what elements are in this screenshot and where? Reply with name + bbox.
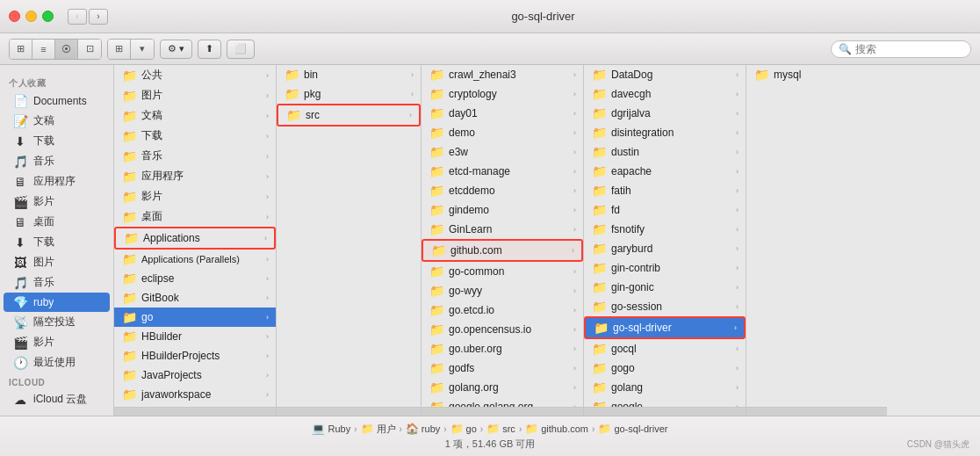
col5-scrollbar[interactable]: [746, 407, 887, 416]
file-item[interactable]: 📁 go-common ›: [422, 262, 583, 281]
share-btn[interactable]: ⬆: [198, 40, 221, 59]
file-item[interactable]: 📁 HBuilder ›: [114, 327, 276, 346]
file-item[interactable]: 📁 应用程序 ›: [114, 166, 276, 186]
sidebar-item-photos[interactable]: 🖼 图片: [4, 252, 110, 272]
sidebar-item-airdrop[interactable]: 📡 隔空投送: [4, 312, 110, 332]
minimize-button[interactable]: [25, 11, 37, 22]
search-input[interactable]: [855, 43, 963, 55]
file-item[interactable]: 📁 下载 ›: [114, 126, 276, 146]
file-item[interactable]: 📁 GitBook ›: [114, 288, 276, 308]
sidebar-item-documents[interactable]: 📄 Documents: [4, 91, 110, 111]
file-item[interactable]: 📁 golang ›: [584, 378, 746, 397]
breadcrumb-ruby2[interactable]: 🏠 ruby: [406, 423, 440, 435]
sidebar-item-wenjia[interactable]: 📝 文稿: [4, 111, 110, 131]
sidebar-item-movies2[interactable]: 🎬 影片: [4, 332, 110, 352]
file-item[interactable]: 📁 go.uber.org ›: [422, 339, 583, 358]
sidebar-item-music2[interactable]: 🎵 音乐: [4, 272, 110, 293]
maximize-button[interactable]: [42, 11, 54, 22]
file-item[interactable]: 📁 gocql ›: [584, 339, 746, 358]
back-button[interactable]: ‹: [68, 9, 87, 25]
sidebar-item-apps[interactable]: 🖥 应用程序: [4, 171, 110, 192]
file-item-go[interactable]: 📁 go ›: [114, 308, 276, 327]
file-item[interactable]: 📁 eclipse ›: [114, 269, 276, 288]
file-item[interactable]: 📁 HBuilderProjects ›: [114, 346, 276, 366]
breadcrumb-github[interactable]: 📁 github.com: [525, 423, 588, 435]
file-item[interactable]: 📁 Applications (Parallels) ›: [114, 250, 276, 269]
file-item[interactable]: 📁 fsnotify ›: [584, 220, 746, 239]
list-view-btn[interactable]: ≡: [32, 40, 55, 59]
sidebar-item-download2[interactable]: ⬇ 下载: [4, 232, 110, 252]
file-item[interactable]: 📁 图片 ›: [114, 85, 276, 105]
file-item[interactable]: 📁 eapache ›: [584, 162, 746, 181]
file-item[interactable]: 📁 gogo ›: [584, 358, 746, 378]
action-btn[interactable]: ⚙ ▾: [160, 40, 192, 59]
file-item[interactable]: 📁 桌面 ›: [114, 206, 276, 227]
file-item[interactable]: 📁 gindemo ›: [422, 200, 583, 220]
file-item[interactable]: 📁 javaworkspace ›: [114, 385, 276, 404]
gallery-view-btn[interactable]: ⊡: [78, 40, 101, 59]
file-item[interactable]: 📁 day01 ›: [422, 104, 583, 123]
col3-scrollbar[interactable]: [422, 407, 583, 416]
file-item[interactable]: 📁 etcd-manage ›: [422, 162, 583, 181]
file-item-src[interactable]: 📁 src ›: [277, 104, 421, 127]
file-item[interactable]: 📁 google ›: [584, 397, 746, 407]
file-item[interactable]: 📁 go.etcd.io ›: [422, 300, 583, 320]
col4-scrollbar[interactable]: [584, 407, 746, 416]
sidebar-item-xiazai[interactable]: ⬇ 下载: [4, 131, 110, 151]
breadcrumb-go[interactable]: 📁 go: [450, 423, 477, 435]
file-item[interactable]: 📁 google.golang.org ›: [422, 397, 583, 407]
file-item-bin[interactable]: 📁 bin ›: [277, 65, 421, 84]
sidebar-item-desktop[interactable]: 🖥 桌面: [4, 212, 110, 232]
file-item[interactable]: 📁 crawl_zhenai3 ›: [422, 65, 583, 84]
arrange-btn[interactable]: ⊞: [108, 40, 131, 59]
file-item[interactable]: 📁 音乐 ›: [114, 146, 276, 166]
file-item[interactable]: 📁 godfs ›: [422, 358, 583, 378]
file-item-go-sql-driver[interactable]: 📁 go-sql-driver ›: [584, 316, 746, 339]
forward-button[interactable]: ›: [89, 9, 108, 25]
file-item[interactable]: 📁 cryptology ›: [422, 84, 583, 104]
close-button[interactable]: [9, 11, 20, 22]
file-item-applications[interactable]: 📁 Applications ›: [114, 227, 276, 250]
file-item[interactable]: 📁 e3w ›: [422, 142, 583, 162]
file-item[interactable]: 📁 影片 ›: [114, 186, 276, 206]
file-item-github[interactable]: 📁 github.com ›: [422, 239, 583, 262]
file-item-mysql[interactable]: 📁 mysql: [746, 65, 887, 84]
file-item[interactable]: 📁 dustin ›: [584, 142, 746, 162]
file-item[interactable]: 📁 go-wyy ›: [422, 281, 583, 300]
file-item[interactable]: 📁 gin-gonic ›: [584, 278, 746, 297]
breadcrumb-ruby[interactable]: 💻 Ruby: [312, 423, 350, 435]
sidebar-item-ruby[interactable]: 💎 ruby: [4, 293, 110, 312]
file-item[interactable]: 📁 公共 ›: [114, 65, 276, 85]
file-item[interactable]: 📁 fatih ›: [584, 181, 746, 200]
breadcrumb-src[interactable]: 📁 src: [486, 423, 515, 435]
file-item-pkg[interactable]: 📁 pkg ›: [277, 84, 421, 104]
icon-view-btn[interactable]: ⊞: [10, 40, 32, 59]
file-item[interactable]: 📁 PycharmProjects ›: [114, 404, 276, 407]
breadcrumb-gosql[interactable]: 📁 go-sql-driver: [598, 423, 667, 435]
sidebar-item-recent[interactable]: 🕐 最近使用: [4, 352, 110, 373]
file-item[interactable]: 📁 disintegration ›: [584, 123, 746, 142]
file-item[interactable]: 📁 gin-contrib ›: [584, 258, 746, 278]
arrange-arrow[interactable]: ▾: [131, 40, 154, 59]
file-item[interactable]: 📁 demo ›: [422, 123, 583, 142]
file-item[interactable]: 📁 garyburd ›: [584, 239, 746, 258]
file-item[interactable]: 📁 golang.org ›: [422, 378, 583, 397]
sidebar-item-icloud[interactable]: ☁ iCloud 云盘: [4, 389, 110, 409]
column-view-btn[interactable]: ⦿: [55, 40, 78, 59]
file-item[interactable]: 📁 GinLearn ›: [422, 220, 583, 239]
file-item[interactable]: 📁 go.opencensus.io ›: [422, 320, 583, 339]
tag-btn[interactable]: ⬜: [227, 40, 255, 59]
col2-scrollbar[interactable]: [277, 407, 421, 416]
file-item[interactable]: 📁 dgrijalva ›: [584, 104, 746, 123]
file-item[interactable]: 📁 etcddemo ›: [422, 181, 583, 200]
sidebar-item-movies[interactable]: 🎬 影片: [4, 192, 110, 212]
file-item[interactable]: 📁 JavaProjects ›: [114, 366, 276, 385]
file-item[interactable]: 📁 文稿 ›: [114, 105, 276, 126]
file-item[interactable]: 📁 davecgh ›: [584, 84, 746, 104]
file-item[interactable]: 📁 DataDog ›: [584, 65, 746, 84]
sidebar-item-music[interactable]: 🎵 音乐: [4, 151, 110, 171]
breadcrumb-user[interactable]: 📁 用户: [361, 423, 396, 436]
file-item[interactable]: 📁 go-session ›: [584, 297, 746, 316]
search-box[interactable]: 🔍: [831, 40, 971, 58]
col1-scrollbar[interactable]: [114, 407, 276, 416]
